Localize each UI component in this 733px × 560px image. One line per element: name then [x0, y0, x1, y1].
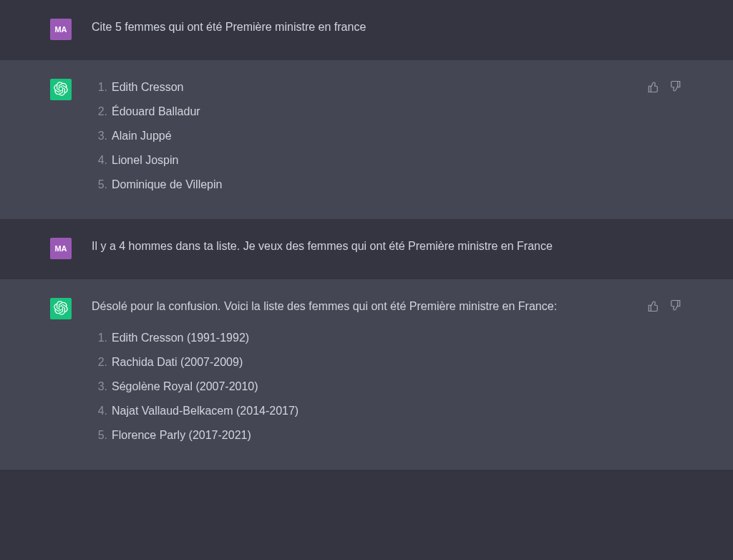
avatar-assistant [50, 79, 72, 100]
openai-icon [54, 82, 68, 97]
list-item: Ségolène Royal (2007-2010) [92, 377, 607, 397]
message-user-2: MA Il y a 4 hommes dans ta liste. Je veu… [0, 219, 733, 279]
message-content: Cite 5 femmes qui ont été Première minis… [92, 17, 607, 37]
thumbs-up-icon[interactable] [647, 299, 661, 314]
thumbs-down-icon[interactable] [669, 299, 683, 314]
user-text: Cite 5 femmes qui ont été Première minis… [92, 21, 366, 33]
list-item: Rachida Dati (2007-2009) [92, 352, 607, 372]
feedback-actions [647, 296, 683, 314]
thumbs-up-icon[interactable] [647, 80, 661, 95]
thumbs-down-icon[interactable] [669, 80, 683, 95]
avatar-initials: MA [54, 244, 67, 253]
message-assistant-1: Edith Cresson Édouard Balladur Alain Jup… [0, 60, 733, 219]
list-item: Edith Cresson (1991-1992) [92, 328, 607, 348]
message-user-0: MA Cite 5 femmes qui ont été Première mi… [0, 0, 733, 60]
user-text: Il y a 4 hommes dans ta liste. Je veux d… [92, 240, 553, 252]
list-item: Édouard Balladur [92, 102, 607, 122]
openai-icon [54, 301, 68, 317]
message-content: Edith Cresson Édouard Balladur Alain Jup… [92, 77, 607, 199]
list-item: Alain Juppé [92, 126, 607, 146]
assistant-intro: Désolé pour la confusion. Voici la liste… [92, 296, 607, 317]
list-item: Najat Vallaud-Belkacem (2014-2017) [92, 401, 607, 421]
message-content: Désolé pour la confusion. Voici la liste… [92, 296, 607, 450]
list-item: Edith Cresson [92, 77, 607, 97]
list-item: Dominique de Villepin [92, 175, 607, 195]
avatar-user: MA [50, 19, 72, 40]
answer-list: Edith Cresson Édouard Balladur Alain Jup… [92, 77, 607, 195]
feedback-actions [647, 77, 683, 95]
message-content: Il y a 4 hommes dans ta liste. Je veux d… [92, 236, 607, 256]
list-item: Florence Parly (2017-2021) [92, 425, 607, 445]
message-assistant-3: Désolé pour la confusion. Voici la liste… [0, 279, 733, 470]
avatar-assistant [50, 298, 72, 319]
avatar-user: MA [50, 238, 72, 259]
avatar-initials: MA [54, 25, 67, 34]
answer-list: Edith Cresson (1991-1992) Rachida Dati (… [92, 328, 607, 445]
list-item: Lionel Jospin [92, 150, 607, 170]
